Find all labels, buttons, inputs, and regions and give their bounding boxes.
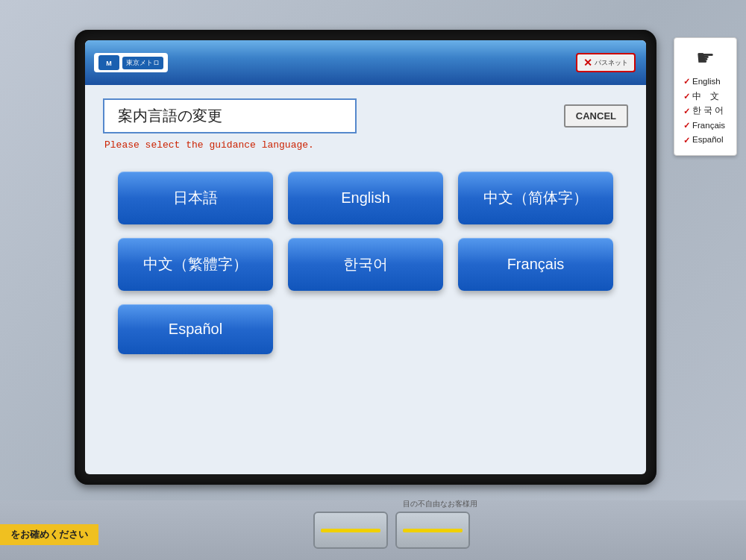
side-panel-label-4: Español bbox=[692, 133, 724, 148]
side-panel-item-0: ✓ English bbox=[683, 75, 727, 89]
screen-content: 案内言語の変更 CANCEL Please select the guidanc… bbox=[85, 85, 646, 368]
check-icon-1: ✓ bbox=[683, 89, 690, 104]
lang-button-chinese-simplified[interactable]: 中文（简体字） bbox=[458, 172, 613, 224]
bottom-button-1[interactable] bbox=[313, 512, 388, 549]
pasnet-badge: ✕ パスネット bbox=[576, 53, 636, 72]
bottom-label-left: をお確めください bbox=[0, 524, 98, 545]
screen-title: 案内言語の変更 bbox=[118, 107, 222, 124]
side-panel: ☛ ✓ English ✓ 中 文 ✓ 한 국 어 ✓ Français ✓ E… bbox=[674, 37, 737, 156]
svg-text:M: M bbox=[106, 60, 112, 67]
side-panel-item-1: ✓ 中 文 bbox=[683, 89, 727, 104]
pasnet-label: パスネット bbox=[595, 59, 628, 67]
bottom-button-2[interactable] bbox=[395, 512, 470, 549]
side-panel-item-4: ✓ Español bbox=[683, 133, 727, 148]
screen-header: M 東京メトロ ✕ パスネット bbox=[85, 40, 646, 85]
lang-button-english[interactable]: English bbox=[288, 172, 443, 224]
tokyo-metro-icon: M bbox=[98, 55, 119, 70]
lang-button-spanish[interactable]: Español bbox=[118, 304, 273, 354]
side-panel-label-3: Français bbox=[692, 119, 725, 133]
language-grid: 日本語 English 中文（简体字） 中文（繁體字） 한국어 Français… bbox=[103, 172, 628, 354]
yellow-line-2 bbox=[403, 529, 463, 532]
screen-bezel: M 東京メトロ ✕ パスネット 案内言語の変更 bbox=[75, 30, 656, 485]
bottom-btn-label-2: 目の不自由なお客様用 bbox=[403, 499, 477, 509]
lang-button-chinese-traditional[interactable]: 中文（繁體字） bbox=[118, 238, 273, 291]
side-panel-label-2: 한 국 어 bbox=[692, 104, 724, 119]
side-panel-item-2: ✓ 한 국 어 bbox=[683, 104, 727, 119]
pasnet-x-icon: ✕ bbox=[583, 57, 592, 69]
check-icon-0: ✓ bbox=[683, 75, 690, 89]
lang-button-japanese[interactable]: 日本語 bbox=[118, 172, 273, 224]
lang-button-korean[interactable]: 한국어 bbox=[288, 238, 443, 291]
screen-subtitle: Please select the guidance language. bbox=[104, 139, 628, 151]
check-icon-3: ✓ bbox=[683, 119, 690, 133]
title-bar: 案内言語の変更 bbox=[103, 98, 357, 133]
cancel-button[interactable]: CANCEL bbox=[564, 104, 628, 128]
logo-box: M 東京メトロ bbox=[94, 53, 168, 72]
yellow-line-1 bbox=[321, 529, 380, 532]
check-icon-2: ✓ bbox=[683, 104, 690, 119]
side-panel-label-0: English bbox=[692, 75, 721, 89]
bottom-button-area bbox=[313, 512, 470, 549]
pointer-icon: ☛ bbox=[683, 45, 727, 70]
side-panel-item-3: ✓ Français bbox=[683, 119, 727, 133]
machine-bottom: をお確めください 目の不自由なお客様用 bbox=[0, 500, 746, 560]
lang-button-french[interactable]: Français bbox=[458, 238, 613, 291]
side-panel-label-1: 中 文 bbox=[692, 89, 719, 104]
logo-text: 東京メトロ bbox=[122, 57, 163, 69]
logo-area: M 東京メトロ bbox=[94, 53, 168, 72]
title-bar-row: 案内言語の変更 CANCEL bbox=[103, 98, 628, 133]
screen-display: M 東京メトロ ✕ パスネット 案内言語の変更 bbox=[85, 40, 646, 474]
machine-body: M 東京メトロ ✕ パスネット 案内言語の変更 bbox=[0, 0, 746, 560]
check-icon-4: ✓ bbox=[683, 133, 690, 148]
